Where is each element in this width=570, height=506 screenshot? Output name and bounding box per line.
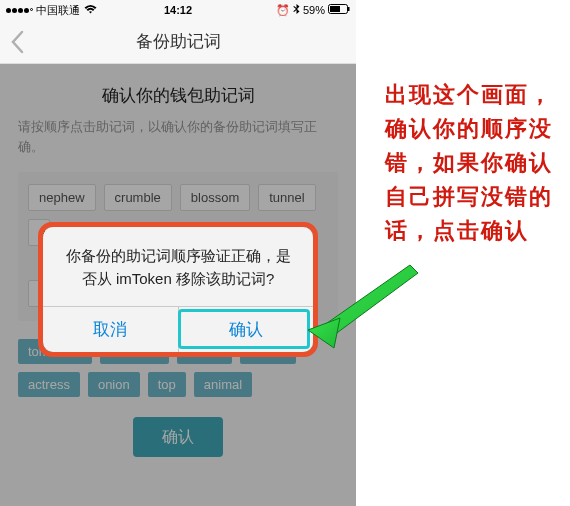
alert-highlight-frame: 你备份的助记词顺序验证正确，是否从 imToken 移除该助记词? 取消 确认 [38,222,318,357]
status-bar: 中国联通 14:12 ⏰ 59% [0,0,356,20]
confirm-button[interactable]: 确认 [133,417,223,457]
pool-chip[interactable]: top [148,372,186,397]
selected-chip[interactable]: crumble [104,184,172,211]
subtitle: 确认你的钱包助记词 [18,84,338,107]
zhihu-icon: 知 [476,483,490,497]
selected-chip[interactable]: blossom [180,184,250,211]
page-title: 备份助记词 [136,30,221,53]
pool-chip[interactable]: onion [88,372,140,397]
annotation-text: 出现这个画面，确认你的顺序没错，如果你确认自己拼写没错的话，点击确认 [385,78,555,248]
alert-dialog: 你备份的助记词顺序验证正确，是否从 imToken 移除该助记词? 取消 确认 [43,227,313,352]
phone-frame: 中国联通 14:12 ⏰ 59% 备份助记词 确认你的钱包助记词 请按顺序点击助… [0,0,356,506]
back-icon[interactable] [10,30,24,54]
nav-bar: 备份助记词 [0,20,356,64]
alert-cancel-button[interactable]: 取消 [43,307,178,352]
hint-text: 请按顺序点击助记词，以确认你的备份助记词填写正确。 [18,117,338,156]
alert-message: 你备份的助记词顺序验证正确，是否从 imToken 移除该助记词? [43,227,313,306]
pool-chip[interactable]: actress [18,372,80,397]
clock: 14:12 [0,4,356,16]
selected-chip[interactable]: nephew [28,184,96,211]
watermark: 知 知乎 @万岁 [476,481,558,498]
pool-chip[interactable]: animal [194,372,252,397]
svg-text:知: 知 [476,484,487,496]
selected-chip[interactable]: tunnel [258,184,315,211]
alert-ok-button[interactable]: 确认 [178,307,314,352]
